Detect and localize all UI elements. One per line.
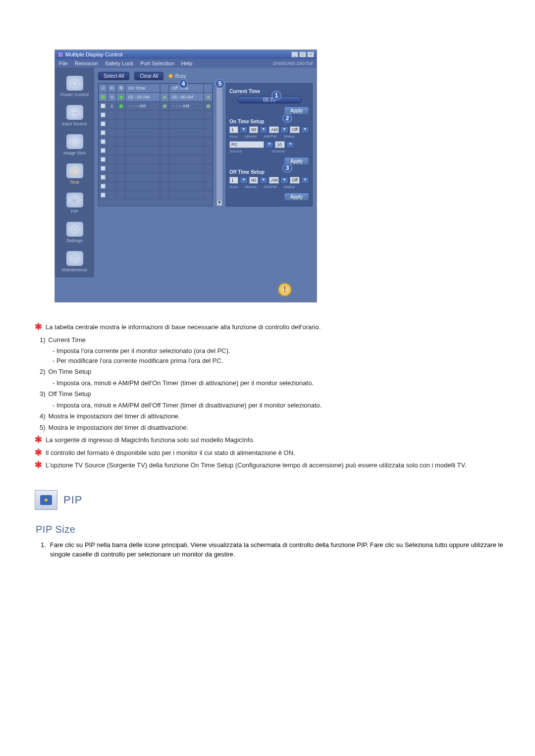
status-input[interactable]: Off [290,126,300,133]
sidebar-item-maintenance[interactable]: 🛠Maintenance [55,248,94,277]
minute-sublabel: Minute [245,185,257,189]
note-star2: Il controllo del formato è disponibile s… [46,448,295,458]
row-offtime: -- : -- AM [169,101,204,110]
table-row[interactable] [99,191,213,200]
row-checkbox[interactable] [101,184,106,189]
table-row[interactable] [99,146,213,155]
clear-all-button[interactable]: Clear All [134,72,163,80]
ampm-input[interactable]: AM [269,126,279,133]
sidebar-label-image: Image Size [63,151,86,155]
settings-panel: Current Time 05:23 Apply On Time Setup 1… [226,83,313,206]
close-button[interactable]: × [307,51,314,57]
header-ontime: On Time [125,84,160,93]
dropdown-icon[interactable]: ▾ [260,126,268,133]
sidebar-item-settings[interactable]: ⚙Settings [55,219,94,248]
hour-sublabel: Hour [229,134,238,139]
row-checkbox[interactable] [101,130,106,135]
apply-button[interactable]: Apply [284,193,309,201]
sidebar-item-power[interactable]: ⏻Power Control [55,73,94,102]
ampm-sublabel: AM/PM [264,134,276,139]
row-checkbox[interactable] [101,139,106,144]
dropdown-icon[interactable]: ▾ [260,177,268,184]
menu-remocon[interactable]: Remocon [75,60,98,66]
sidebar-item-image[interactable]: ▭Image Size [55,131,94,160]
row-checkbox[interactable] [101,193,106,198]
scroll-down-button[interactable]: ▼ [216,200,222,206]
minute-input[interactable]: 00 [249,177,258,184]
sidebar-item-pip[interactable]: ▣PIP [55,190,94,219]
header-checkbox[interactable]: ☑ [99,84,107,93]
table-row[interactable] [99,110,213,119]
source-input[interactable]: PC [229,141,264,148]
sidebar-item-input[interactable]: ⇥Input Source [55,102,94,131]
table-scrollbar[interactable]: ▲ ▼ [216,83,223,206]
minute-input[interactable]: 00 [249,126,258,133]
menu-safetylock[interactable]: Safety Lock [105,60,133,66]
status-dot-icon [119,104,123,108]
dropdown-icon[interactable]: ▾ [280,177,288,184]
marker-4: 4 [178,79,188,89]
table-row[interactable] [99,128,213,137]
table-row[interactable] [99,119,213,128]
table-row[interactable]: 1 -- : -- AM -- : -- AM [99,101,213,110]
dropdown-icon[interactable]: ▾ [286,141,294,148]
menu-file[interactable]: File [59,60,68,66]
dropdown-icon[interactable]: ▾ [240,177,248,184]
table-row[interactable] [99,164,213,173]
sidebar-label-time: Time [70,180,80,185]
offtime-controls: 1▾ 00▾ AM▾ Off▾ [229,177,309,184]
dropdown-icon[interactable]: ▾ [240,126,248,133]
dropdown-icon[interactable]: ▾ [301,177,309,184]
window-controls: _ □ × [291,51,314,57]
sidebar: ⏻Power Control ⇥Input Source ▭Image Size… [55,68,94,277]
hour-input[interactable]: 1 [229,177,238,184]
select-all-button[interactable]: Select All [98,72,129,80]
minimize-button[interactable]: _ [291,51,298,57]
imagesize-icon: ▭ [66,134,83,149]
pip-subtitle: PIP Size [36,524,505,535]
num-label: 5) [40,423,46,433]
dropdown-icon[interactable]: ▾ [301,126,309,133]
ampm-input[interactable]: AM [269,177,279,184]
note-3a: - Imposta ora, minuti e AM/PM dell'Off T… [53,401,505,410]
volume-input[interactable]: 10 [275,141,285,148]
dropdown-icon[interactable]: ▾ [280,126,288,133]
status-dot-icon [119,95,123,100]
row-checkbox[interactable] [101,121,106,126]
offtime-label: Off Time Setup [229,169,265,175]
dropdown-icon[interactable]: ▾ [266,141,273,148]
note-1-title: Current Time [49,335,86,345]
table-header: ☑ ID ⦿ On Time Off Time [99,84,213,93]
display-table: ☑ ID ⦿ On Time Off Time 0 02 : [98,83,213,206]
table-row[interactable] [99,137,213,146]
menu-portselection[interactable]: Port Selection [140,60,174,66]
row-checkbox[interactable] [101,166,106,171]
status-sublabel: Status [284,185,295,189]
header-onstatus [160,84,169,93]
maximize-button[interactable]: □ [299,51,306,57]
menu-help[interactable]: Help [181,60,193,66]
num-label: 3) [40,389,46,399]
star-icon: ✱ [35,448,42,457]
header-id: ID [107,84,116,93]
row-checkbox[interactable] [101,112,106,117]
row-checkbox[interactable] [101,95,106,100]
app-screenshot: Multiple Display Control _ □ × File Remo… [54,50,317,302]
sidebar-item-time[interactable]: ◴Time [55,160,94,190]
busy-label: Busy [175,73,186,79]
table-row[interactable] [99,173,213,182]
pip-title: PIP [63,494,82,506]
table-row[interactable] [99,155,213,164]
status-input[interactable]: Off [290,177,300,184]
clock-icon: ◴ [66,163,83,178]
hour-input[interactable]: 1 [229,126,238,133]
row-checkbox[interactable] [101,103,106,108]
row-checkbox[interactable] [101,148,106,153]
row-checkbox[interactable] [101,157,106,162]
row-checkbox[interactable] [101,175,106,180]
table-row[interactable]: 0 02 : 00 AM 03 : 00 AM [99,93,213,101]
documentation-text: ✱La tabella centrale mostra le informazi… [35,322,505,470]
note-1b: - Per modificare l'ora corrente modifica… [53,356,505,366]
main-content: Select All Clear All Busy ☑ ID ⦿ On Time… [94,68,317,277]
table-row[interactable] [99,182,213,191]
